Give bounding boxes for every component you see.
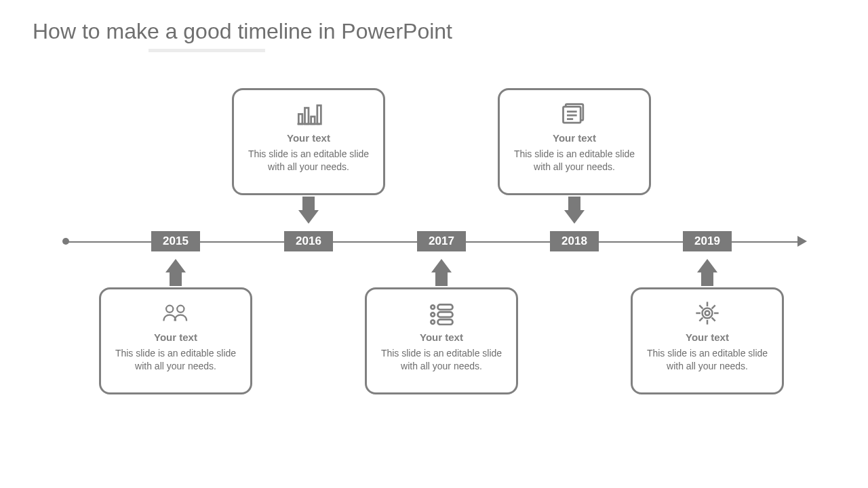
year-marker-2019: 2019 <box>683 231 732 251</box>
svg-point-12 <box>431 305 434 308</box>
card-body: This slide is an editable slide with all… <box>644 347 771 373</box>
barchart-icon <box>293 100 324 128</box>
timeline-card-2016: Your text This slide is an editable slid… <box>232 88 385 195</box>
people-icon <box>160 299 191 327</box>
page-title: How to make a good timeline in PowerPoin… <box>33 19 452 44</box>
timeline-card-2018: Your text This slide is an editable slid… <box>498 88 651 195</box>
slide: How to make a good timeline in PowerPoin… <box>0 0 868 488</box>
year-marker-2017: 2017 <box>417 231 466 251</box>
axis-end-arrow <box>797 236 807 247</box>
svg-point-11 <box>177 306 184 312</box>
svg-line-25 <box>712 318 715 321</box>
svg-rect-2 <box>305 108 309 124</box>
connector-arrow-down <box>298 197 319 224</box>
svg-rect-15 <box>438 312 453 317</box>
svg-point-19 <box>705 311 710 316</box>
gear-icon <box>692 299 723 327</box>
svg-point-18 <box>703 308 713 319</box>
card-body: This slide is an editable slide with all… <box>378 347 505 373</box>
svg-point-10 <box>166 306 173 312</box>
svg-line-24 <box>699 305 703 308</box>
timeline-card-2017: Your text This slide is an editable slid… <box>365 287 518 394</box>
card-body: This slide is an editable slide with all… <box>112 347 239 373</box>
year-marker-2016: 2016 <box>284 231 333 251</box>
svg-rect-17 <box>438 319 453 324</box>
svg-rect-13 <box>438 304 453 309</box>
title-underline <box>149 49 265 52</box>
year-marker-2018: 2018 <box>550 231 599 251</box>
connector-arrow-down <box>564 197 585 224</box>
svg-rect-3 <box>311 117 315 124</box>
timeline-card-2015: Your text This slide is an editable slid… <box>99 287 252 394</box>
card-heading: Your text <box>553 132 596 144</box>
card-body: This slide is an editable slide with all… <box>245 148 372 174</box>
connector-arrow-up <box>697 259 717 286</box>
card-heading: Your text <box>287 132 330 144</box>
svg-rect-4 <box>317 105 321 123</box>
svg-line-26 <box>699 318 703 321</box>
card-body: This slide is an editable slide with all… <box>511 148 638 174</box>
connector-arrow-up <box>165 259 186 286</box>
svg-point-16 <box>431 320 434 323</box>
document-icon <box>559 100 590 128</box>
card-heading: Your text <box>154 331 197 343</box>
card-heading: Your text <box>686 331 729 343</box>
card-heading: Your text <box>420 331 463 343</box>
axis-start-dot <box>62 238 69 245</box>
svg-line-27 <box>712 305 715 308</box>
list-icon <box>426 299 457 327</box>
year-marker-2015: 2015 <box>151 231 200 251</box>
connector-arrow-up <box>431 259 452 286</box>
svg-point-14 <box>431 312 434 316</box>
svg-rect-1 <box>298 114 302 124</box>
timeline-card-2019: Your text This slide is an editable slid… <box>631 287 784 394</box>
